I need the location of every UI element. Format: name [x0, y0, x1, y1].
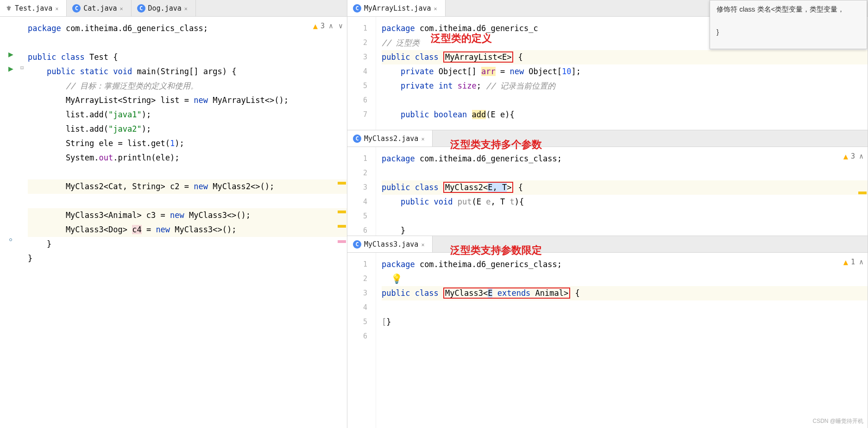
tab-myarraylist[interactable]: C MyArrayList.java ×	[347, 0, 446, 16]
run-icon[interactable]: ▶	[8, 49, 13, 59]
tab-bar-left: Test.java × C Cat.java × C Dog.java ×	[0, 0, 347, 17]
gutter-r2: 1 2 3 4 5 6	[347, 147, 376, 236]
editor-r3[interactable]: 1 2 3 4 5 6 package com.itheima.d6_gener…	[347, 253, 868, 428]
highlight-classname: MyArrayList<E>	[443, 51, 513, 63]
inspection-bar[interactable]: ▲ 3 ∧ ∨	[313, 21, 344, 31]
bulb-icon[interactable]: 💡	[391, 273, 403, 284]
class-icon: C	[353, 240, 361, 249]
warning-count: 3	[321, 22, 325, 30]
class-icon: C	[137, 4, 145, 13]
inspection-bar[interactable]: ▲ 3 ∧	[843, 152, 865, 161]
annotation-label: 泛型类的定义	[431, 32, 492, 45]
close-icon[interactable]: ×	[421, 242, 427, 247]
right-bot-pane: C MyClass3.java × 泛型类支持参数限定 1 2 3 4 5 6 …	[347, 236, 868, 428]
right-mid-pane: C MyClass2.java × 泛型类支持多个参数 1 2 3 4 5 6 …	[347, 130, 868, 236]
inspection-bar[interactable]: ▲ 1 ∧	[843, 257, 865, 267]
warning-icon: ▲	[313, 21, 318, 31]
tab-label: MyArrayList.java	[364, 4, 431, 13]
warning-icon: ▲	[843, 257, 848, 267]
highlight-classname: MyClass2<E, T>	[443, 182, 513, 193]
code-area-r3[interactable]: package com.itheima.d6_generics_class; 💡…	[376, 253, 868, 428]
close-icon[interactable]: ×	[434, 6, 440, 11]
close-icon[interactable]: ×	[421, 136, 427, 141]
gutter-r3: 1 2 3 4 5 6	[347, 253, 376, 428]
tab-label: MyClass3.java	[364, 240, 418, 249]
modified-indicator	[9, 238, 12, 241]
prev-warning-icon[interactable]: ∧	[858, 152, 865, 160]
tab-test[interactable]: Test.java ×	[0, 0, 67, 16]
code-area-r2[interactable]: package com.itheima.d6_generics_class; p…	[376, 147, 868, 236]
run-gutter: ▶ ▶ ⊟	[0, 17, 22, 428]
marker[interactable]	[338, 182, 346, 185]
tab-cat[interactable]: C Cat.java ×	[67, 0, 131, 16]
tab-label: Dog.java	[148, 4, 182, 13]
tab-label: MyClass2.java	[364, 134, 418, 143]
warning-icon: ▲	[843, 152, 848, 161]
next-warning-icon[interactable]: ∨	[337, 22, 344, 30]
warning-count: 1	[851, 258, 855, 266]
tab-myclass3[interactable]: C MyClass3.java ×	[347, 236, 433, 252]
tab-bar-r2: C MyClass2.java × 泛型类支持多个参数	[347, 130, 868, 147]
marker[interactable]	[338, 211, 346, 213]
class-icon: C	[353, 4, 361, 13]
tab-dog[interactable]: C Dog.java ×	[132, 0, 196, 16]
editor-left[interactable]: ▶ ▶ ⊟ package com.itheima.d6_generics_cl…	[0, 17, 347, 428]
code-area-left[interactable]: package com.itheima.d6_generics_class; p…	[22, 17, 347, 428]
left-editor-pane: Test.java × C Cat.java × C Dog.java × ▶ …	[0, 0, 347, 428]
prev-warning-icon[interactable]: ∧	[858, 258, 865, 266]
tab-label: Test.java	[15, 4, 52, 13]
pin-icon	[6, 5, 12, 12]
prev-warning-icon[interactable]: ∧	[327, 22, 334, 30]
highlight-classname: MyClass3<E extends Animal>	[443, 287, 570, 299]
doc-tooltip: 修饰符 class 类名<类型变量，类型变量， }	[710, 0, 867, 49]
marker[interactable]	[338, 240, 346, 243]
marker[interactable]	[338, 225, 346, 228]
close-icon[interactable]: ×	[184, 6, 190, 11]
editor-r2[interactable]: 1 2 3 4 5 6 package com.itheima.d6_gener…	[347, 147, 868, 236]
class-icon: C	[72, 4, 81, 13]
run-icon[interactable]: ▶	[8, 64, 13, 73]
close-icon[interactable]: ×	[55, 6, 61, 11]
tab-label: Cat.java	[83, 4, 117, 13]
gutter-r1: 1 2 3 4 5 6 7	[347, 17, 376, 130]
tab-bar-r3: C MyClass3.java × 泛型类支持参数限定	[347, 236, 868, 253]
watermark: CSDN @睡觉待开机	[812, 417, 863, 425]
close-icon[interactable]: ×	[120, 6, 126, 11]
marker[interactable]	[858, 192, 867, 194]
warning-count: 3	[851, 152, 855, 160]
tab-myclass2[interactable]: C MyClass2.java ×	[347, 130, 433, 147]
class-icon: C	[353, 134, 361, 143]
